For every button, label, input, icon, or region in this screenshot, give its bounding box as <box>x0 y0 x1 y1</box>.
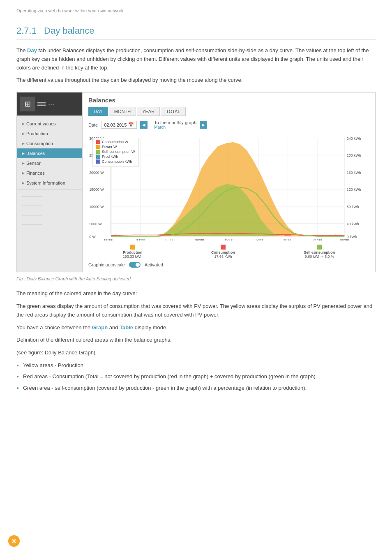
chart-legend: Consumption W Power W Self-consumption W… <box>92 138 139 166</box>
bullet-item-3: Green area - self-consumption (covered b… <box>16 384 376 392</box>
autoscale-toggle[interactable] <box>129 262 141 268</box>
date-input[interactable]: 02.03.2015 📅 <box>101 121 137 129</box>
sidebar-menu: ▶ Current values ▶ Production ▶ Consumpt… <box>17 116 82 233</box>
choice-text: You have a choice between the Graph and … <box>16 324 376 332</box>
stat-self-consumption: Self-consumption 9.60 kWh = 5.0 % <box>304 245 335 259</box>
sidebar-item-finances[interactable]: ▶ Finances <box>17 168 82 178</box>
page-number-badge: 30 <box>8 535 20 547</box>
day-highlight: Day <box>27 47 37 53</box>
svg-text:120 kWh: 120 kWh <box>347 188 361 192</box>
see-figure-text: (see figure: Daily Balance Graph) <box>16 349 376 357</box>
svg-text:09:00: 09:00 <box>195 238 204 241</box>
chart-wrapper: Consumption W Power W Self-consumption W… <box>88 134 369 240</box>
stat-production: Production 193.33 kWh <box>123 245 143 259</box>
svg-text:200 kWh: 200 kWh <box>347 154 361 158</box>
tab-month[interactable]: MONTH <box>109 107 136 116</box>
legend-item-self-consumption-w: Self-consumption W <box>96 150 135 154</box>
sidebar: ⊞ ··· ▶ Current values ▶ Production <box>17 92 83 272</box>
logo-icon: ⊞ <box>20 97 35 111</box>
svg-text:80 kWh: 80 kWh <box>347 205 359 209</box>
legend-item-power-w: Power W <box>96 145 135 149</box>
colored-areas-heading: The meaning of the colored areas in the … <box>16 289 376 298</box>
chart-bottom-stats: Production 193.33 kWh Consumption 17.68 … <box>88 245 369 259</box>
svg-text:160 kWh: 160 kWh <box>347 171 361 175</box>
svg-text:12:00: 12:00 <box>224 238 233 241</box>
autoscale-label: Graphic autoscale <box>88 262 125 267</box>
svg-text:03:00: 03:00 <box>136 238 145 241</box>
date-row: Date 02.03.2015 📅 ◀ To the monthly graph… <box>88 120 369 130</box>
definition-text: Definition of the different colored area… <box>16 336 376 345</box>
svg-text:10000 W: 10000 W <box>89 205 104 209</box>
tab-day[interactable]: DAY <box>88 107 108 116</box>
content-section: The meaning of the colored areas in the … <box>16 289 376 392</box>
legend-item-consumption-w: Consumption W <box>96 140 135 144</box>
panel-header: Balances <box>88 97 369 104</box>
svg-text:5000 W: 5000 W <box>89 222 102 226</box>
date-nav-next[interactable]: ▶ <box>200 121 207 129</box>
tab-year[interactable]: YEAR <box>137 107 160 116</box>
svg-text:18:00: 18:00 <box>283 238 292 241</box>
body-paragraph-2: The different values throughout the day … <box>16 76 376 85</box>
breadcrumb: Operating via a web browser within your … <box>16 8 376 13</box>
screenshot-container: ⊞ ··· ▶ Current values ▶ Production <box>16 92 376 272</box>
graph-highlight: Graph <box>92 324 108 331</box>
autoscale-row: Graphic autoscale Activated <box>88 262 369 268</box>
date-label: Date <box>88 123 98 127</box>
colored-areas-text: The green areas display the amount of co… <box>16 302 376 319</box>
monthly-link[interactable]: To the monthly graph March <box>154 120 196 130</box>
body-paragraph-1: The Day tab under Balances displays the … <box>16 46 376 72</box>
bullet-list: Yellow areas - Production Red areas - Co… <box>16 361 376 392</box>
stat-consumption: Consumption 17.68 kWh <box>211 245 235 259</box>
bullet-item-1: Yellow areas - Production <box>16 361 376 370</box>
date-nav-prev[interactable]: ◀ <box>140 121 148 129</box>
sidebar-logo: ⊞ ··· <box>17 92 82 116</box>
legend-item-consumption-kwh: Consumption kWh <box>96 160 135 164</box>
legend-item-prod-kwh: Prod kWh <box>96 155 135 159</box>
svg-text:06:00: 06:00 <box>166 238 175 241</box>
svg-text:00:00: 00:00 <box>340 238 349 241</box>
sidebar-item-balances[interactable]: ▶ Balances <box>17 148 82 158</box>
svg-text:00:00: 00:00 <box>104 238 113 241</box>
sidebar-item-current-values[interactable]: ▶ Current values <box>17 119 82 129</box>
tab-total[interactable]: TOTAL <box>161 107 185 116</box>
svg-text:240 kWh: 240 kWh <box>347 136 361 141</box>
sidebar-item-consumption[interactable]: ▶ Consumption <box>17 139 82 148</box>
table-highlight: Table <box>120 324 133 331</box>
svg-text:40 kWh: 40 kWh <box>347 222 359 226</box>
figure-caption: Fig.: Daily Balance Graph with the Auto … <box>16 276 376 281</box>
svg-text:15:00: 15:00 <box>254 238 263 241</box>
tab-bar: DAY MONTH YEAR TOTAL <box>88 107 369 116</box>
sidebar-item-production[interactable]: ▶ Production <box>17 129 82 139</box>
svg-text:15000 W: 15000 W <box>89 188 104 192</box>
section-title: 2.7.1 Day balance <box>16 25 376 40</box>
svg-text:0 W: 0 W <box>89 235 96 239</box>
svg-text:21:00: 21:00 <box>313 238 322 241</box>
main-panel: Balances DAY MONTH YEAR TOTAL Date 02.03… <box>83 92 375 272</box>
logo-dots: ··· <box>48 100 54 109</box>
sidebar-item-sensor[interactable]: ▶ Sensor <box>17 158 82 168</box>
sidebar-item-system-information[interactable]: ▶ System Information <box>17 178 82 188</box>
autoscale-status: Activated <box>145 262 163 267</box>
bullet-item-2: Red areas - Consumption (Total = not cov… <box>16 372 376 381</box>
svg-text:20000 W: 20000 W <box>89 171 104 175</box>
